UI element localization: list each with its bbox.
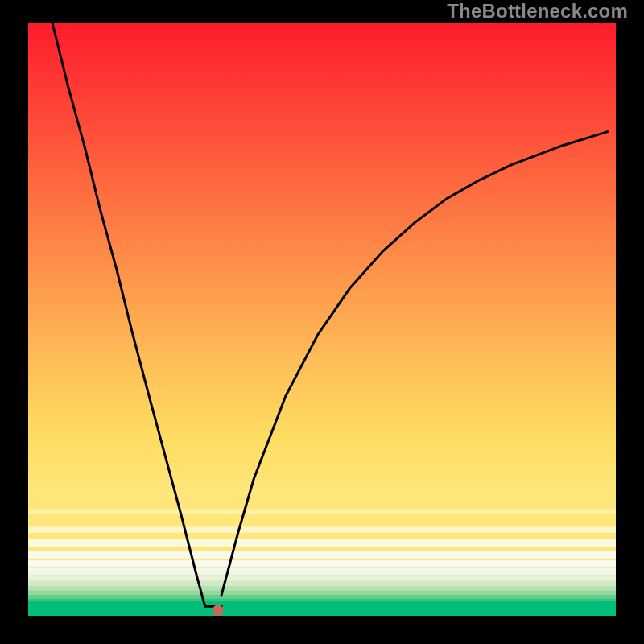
gradient-band [28,581,616,587]
gradient-band [28,568,616,575]
plot-area [28,23,616,616]
gradient-band [28,509,616,514]
bottom-green-band [28,601,616,616]
gradient-band [28,560,616,567]
gradient-band [28,591,616,595]
gradient-band [28,526,616,532]
marker-dot [213,605,224,616]
gradient-band [28,551,616,559]
watermark-text: TheBottleneck.com [447,0,628,23]
plot-svg [28,23,616,616]
chart-frame: TheBottleneck.com [0,0,644,644]
gradient-band [28,575,616,580]
gradient-band [28,586,616,591]
gradient-band [28,595,616,599]
gradient-band [28,490,616,493]
gradient-band [28,539,616,547]
